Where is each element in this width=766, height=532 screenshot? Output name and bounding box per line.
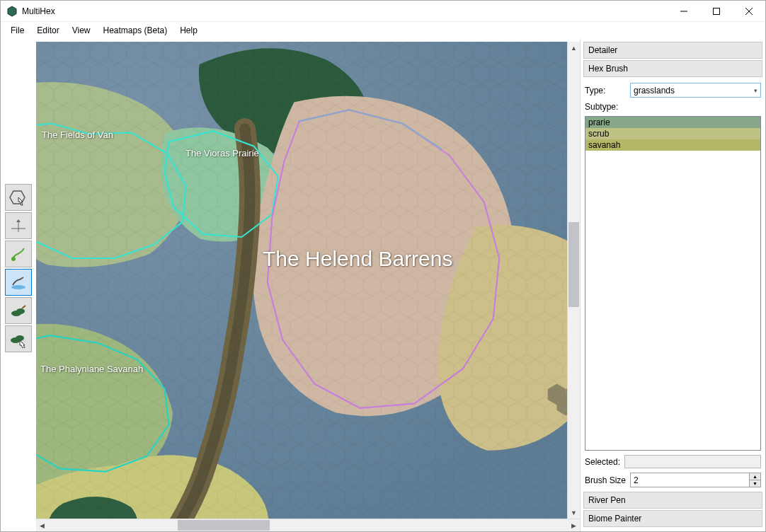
horizontal-scroll-thumb[interactable] bbox=[178, 520, 270, 531]
vertical-scroll-thumb[interactable] bbox=[568, 222, 579, 307]
maximize-button[interactable] bbox=[700, 1, 733, 22]
close-button[interactable] bbox=[733, 1, 765, 22]
menu-bar: File Editor View Heatmaps (Beta) Help bbox=[1, 22, 765, 39]
type-dropdown-value: grasslands bbox=[634, 86, 675, 96]
hex-map-canvas[interactable]: The Helend Barrens The Vioras Prairie Th… bbox=[36, 42, 567, 519]
window-title: MultiHex bbox=[22, 6, 668, 16]
menu-editor[interactable]: Editor bbox=[31, 23, 64, 37]
svg-point-12 bbox=[16, 308, 25, 314]
scroll-right-arrow[interactable]: ▶ bbox=[568, 519, 580, 531]
menu-help[interactable]: Help bbox=[174, 23, 203, 37]
biome-brush-tool[interactable] bbox=[5, 297, 32, 324]
svg-marker-8 bbox=[16, 219, 21, 222]
elevation-tool[interactable] bbox=[5, 212, 32, 239]
properties-panel: Detailer Hex Brush Type: grasslands ▾ Su… bbox=[580, 39, 765, 531]
brush-size-spinner[interactable]: ▲ ▼ bbox=[630, 473, 761, 487]
brush-size-decrement[interactable]: ▼ bbox=[750, 480, 760, 487]
type-dropdown[interactable]: grasslands ▾ bbox=[630, 83, 761, 98]
svg-rect-17 bbox=[36, 42, 567, 519]
subtype-item-scrub[interactable]: scrub bbox=[585, 128, 760, 139]
selected-label: Selected: bbox=[585, 457, 620, 467]
minimize-button[interactable] bbox=[668, 1, 700, 22]
type-label: Type: bbox=[585, 86, 624, 96]
subtype-list[interactable]: prarie scrub savanah bbox=[585, 116, 761, 451]
tool-palette bbox=[1, 39, 36, 531]
brush-size-input[interactable] bbox=[631, 473, 749, 487]
menu-heatmaps[interactable]: Heatmaps (Beta) bbox=[98, 23, 173, 37]
svg-point-9 bbox=[11, 257, 16, 261]
brush-size-increment[interactable]: ▲ bbox=[750, 473, 760, 480]
biome-select-tool[interactable] bbox=[5, 325, 32, 352]
svg-marker-0 bbox=[8, 6, 16, 16]
subtype-label: Subtype: bbox=[583, 102, 762, 112]
subtype-item-prarie[interactable]: prarie bbox=[585, 117, 760, 128]
canvas-vertical-scrollbar[interactable]: ▲ ▼ bbox=[567, 42, 580, 519]
chevron-down-icon: ▾ bbox=[754, 87, 758, 94]
menu-file[interactable]: File bbox=[5, 23, 30, 37]
subtype-item-savanah[interactable]: savanah bbox=[585, 139, 760, 151]
map-canvas-area: The Helend Barrens The Vioras Prairie Th… bbox=[36, 39, 580, 531]
selected-value-box bbox=[624, 455, 761, 468]
river-pen-section-header[interactable]: River Pen bbox=[583, 492, 762, 509]
hex-select-tool[interactable] bbox=[5, 184, 32, 211]
menu-view[interactable]: View bbox=[67, 23, 96, 37]
paint-tool[interactable] bbox=[5, 269, 32, 296]
title-bar: MultiHex bbox=[1, 1, 765, 22]
scroll-up-arrow[interactable]: ▲ bbox=[568, 42, 580, 54]
brush-size-label: Brush Size bbox=[585, 475, 626, 485]
brush-tool[interactable] bbox=[5, 241, 32, 267]
svg-rect-2 bbox=[714, 8, 720, 15]
hex-brush-section-header[interactable]: Hex Brush bbox=[583, 60, 762, 77]
scroll-down-arrow[interactable]: ▼ bbox=[568, 507, 580, 519]
scroll-left-arrow[interactable]: ◀ bbox=[36, 519, 48, 531]
biome-painter-section-header[interactable]: Biome Painter bbox=[583, 510, 762, 527]
detailer-section-header[interactable]: Detailer bbox=[583, 42, 762, 59]
app-icon bbox=[6, 6, 18, 17]
svg-point-10 bbox=[11, 285, 25, 289]
canvas-horizontal-scrollbar[interactable]: ◀ ▶ bbox=[36, 519, 580, 531]
